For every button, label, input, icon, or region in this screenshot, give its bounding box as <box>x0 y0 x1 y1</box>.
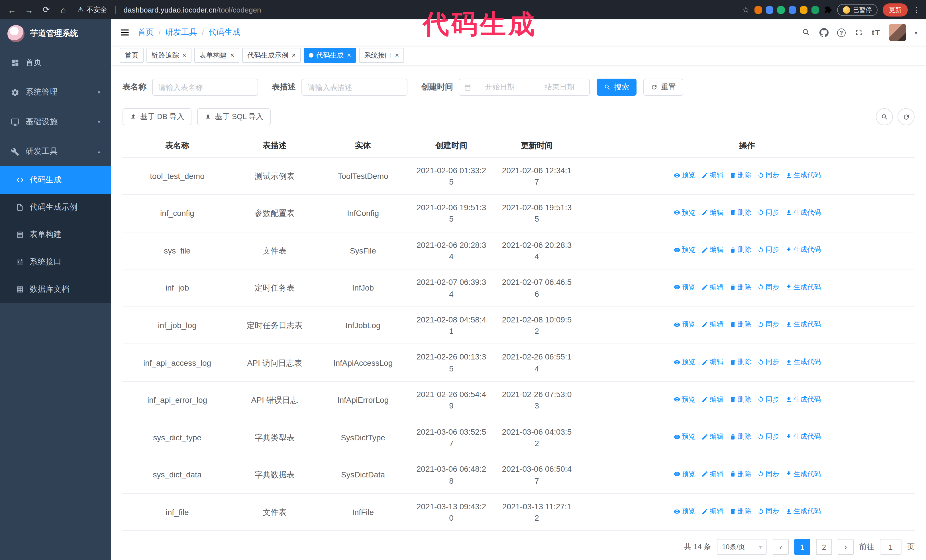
close-icon[interactable]: × <box>347 52 351 59</box>
tag-链路追踪[interactable]: 链路追踪× <box>147 48 191 63</box>
home-icon[interactable]: ⌂ <box>57 3 70 16</box>
action-delete-link[interactable]: 删除 <box>729 357 751 367</box>
action-delete-link[interactable]: 删除 <box>729 507 751 517</box>
extensions-puzzle-icon[interactable] <box>824 6 832 14</box>
action-edit-link[interactable]: 编辑 <box>701 320 723 330</box>
address-bar[interactable]: dashboard.yudao.iocoder.cn/tool/codegen <box>124 5 261 14</box>
action-delete-link[interactable]: 删除 <box>729 245 751 255</box>
tag-首页[interactable]: 首页 <box>120 48 144 63</box>
date-range-picker[interactable]: 开始日期 - 结束日期 <box>459 78 590 96</box>
tag-代码生成[interactable]: 代码生成× <box>304 48 356 63</box>
page-size-select[interactable]: 10条/页 ▾ <box>717 539 767 555</box>
action-edit-link[interactable]: 编辑 <box>701 507 723 517</box>
action-download-link[interactable]: 生成代码 <box>785 171 821 180</box>
search-button[interactable]: 搜索 <box>597 78 637 96</box>
action-sync-link[interactable]: 同步 <box>757 208 779 217</box>
close-icon[interactable]: × <box>292 52 296 59</box>
sidebar-item-infra[interactable]: 基础设施▾ <box>0 107 111 137</box>
github-icon[interactable] <box>819 28 829 37</box>
close-icon[interactable]: × <box>182 52 186 59</box>
fullscreen-icon[interactable] <box>854 28 863 37</box>
action-download-link[interactable]: 生成代码 <box>785 469 821 479</box>
action-delete-link[interactable]: 删除 <box>729 394 751 405</box>
reload-icon[interactable]: ⟳ <box>40 3 53 16</box>
action-edit-link[interactable]: 编辑 <box>701 469 723 479</box>
action-delete-link[interactable]: 删除 <box>729 320 751 330</box>
header-search-icon[interactable] <box>802 28 811 37</box>
page-button-2[interactable]: 2 <box>816 539 832 555</box>
toggle-search-button[interactable] <box>876 108 893 125</box>
sidebar-subitem-db-doc[interactable]: 数据库文档 <box>0 276 111 303</box>
action-eye-link[interactable]: 预览 <box>673 282 696 292</box>
sidebar-toggle-icon[interactable] <box>120 27 130 38</box>
action-delete-link[interactable]: 删除 <box>729 469 751 479</box>
action-sync-link[interactable]: 同步 <box>757 171 779 180</box>
import-sql-button[interactable]: 基于 SQL 导入 <box>197 108 271 125</box>
action-sync-link[interactable]: 同步 <box>757 432 779 442</box>
action-download-link[interactable]: 生成代码 <box>785 432 821 442</box>
action-eye-link[interactable]: 预览 <box>673 394 696 405</box>
sidebar-subitem-codegen-example[interactable]: 代码生成示例 <box>0 194 111 221</box>
import-db-button[interactable]: 基于 DB 导入 <box>123 108 192 125</box>
extension-icon[interactable] <box>811 6 819 14</box>
breadcrumb-home[interactable]: 首页 <box>138 27 154 38</box>
action-download-link[interactable]: 生成代码 <box>785 208 821 217</box>
action-edit-link[interactable]: 编辑 <box>701 245 723 255</box>
goto-page-input[interactable] <box>880 539 902 555</box>
action-edit-link[interactable]: 编辑 <box>701 394 723 405</box>
sidebar-item-home[interactable]: 首页 <box>0 48 111 77</box>
action-edit-link[interactable]: 编辑 <box>701 282 723 292</box>
extension-icon[interactable] <box>789 6 796 14</box>
action-eye-link[interactable]: 预览 <box>673 432 696 442</box>
refresh-table-button[interactable] <box>897 108 915 125</box>
extension-icon[interactable] <box>755 6 762 14</box>
action-eye-link[interactable]: 预览 <box>673 208 696 217</box>
close-icon[interactable]: × <box>230 52 234 59</box>
action-sync-link[interactable]: 同步 <box>757 469 779 479</box>
action-download-link[interactable]: 生成代码 <box>785 357 821 367</box>
font-size-icon[interactable]: tT <box>872 28 881 37</box>
bookmark-star-icon[interactable]: ☆ <box>742 5 749 14</box>
action-sync-link[interactable]: 同步 <box>757 245 779 255</box>
close-icon[interactable]: × <box>395 52 399 59</box>
action-download-link[interactable]: 生成代码 <box>785 282 821 292</box>
action-sync-link[interactable]: 同步 <box>757 282 779 292</box>
action-delete-link[interactable]: 删除 <box>729 282 751 292</box>
table-desc-input[interactable] <box>301 78 407 96</box>
action-edit-link[interactable]: 编辑 <box>701 208 723 217</box>
prev-page-button[interactable]: ‹ <box>773 539 789 555</box>
extension-icon[interactable] <box>800 6 808 14</box>
extension-icon[interactable] <box>777 6 785 14</box>
back-icon[interactable]: ← <box>6 3 18 16</box>
table-name-input[interactable] <box>152 78 258 96</box>
action-sync-link[interactable]: 同步 <box>757 357 779 367</box>
action-download-link[interactable]: 生成代码 <box>785 320 821 330</box>
extension-icon[interactable] <box>766 6 773 14</box>
sidebar-item-system[interactable]: 系统管理▾ <box>0 77 111 107</box>
action-sync-link[interactable]: 同步 <box>757 394 779 405</box>
browser-menu-icon[interactable]: ⋮ <box>913 5 920 14</box>
user-avatar[interactable] <box>889 24 906 41</box>
page-button-1[interactable]: 1 <box>794 539 810 555</box>
breadcrumb-devtools[interactable]: 研发工具 <box>165 27 197 38</box>
reset-button[interactable]: 重置 <box>643 78 683 96</box>
sidebar-subitem-api[interactable]: 系统接口 <box>0 248 111 276</box>
forward-icon[interactable]: → <box>23 3 35 16</box>
tag-代码生成示例[interactable]: 代码生成示例× <box>242 48 301 63</box>
help-icon[interactable]: ? <box>837 28 846 37</box>
action-delete-link[interactable]: 删除 <box>729 208 751 217</box>
action-delete-link[interactable]: 删除 <box>729 171 751 180</box>
browser-update-button[interactable]: 更新 <box>883 3 908 16</box>
action-eye-link[interactable]: 预览 <box>673 357 696 367</box>
security-chip[interactable]: ⚠ 不安全 <box>77 5 107 15</box>
action-eye-link[interactable]: 预览 <box>673 171 696 180</box>
action-eye-link[interactable]: 预览 <box>673 469 696 479</box>
sidebar-subitem-codegen[interactable]: 代码生成 <box>0 166 111 194</box>
action-edit-link[interactable]: 编辑 <box>701 171 723 180</box>
next-page-button[interactable]: › <box>838 539 853 555</box>
profile-paused-badge[interactable]: 已暂停 <box>837 4 878 16</box>
sidebar-subitem-form-builder[interactable]: 表单构建 <box>0 221 111 248</box>
action-delete-link[interactable]: 删除 <box>729 432 751 442</box>
action-edit-link[interactable]: 编辑 <box>701 357 723 367</box>
action-sync-link[interactable]: 同步 <box>757 320 779 330</box>
